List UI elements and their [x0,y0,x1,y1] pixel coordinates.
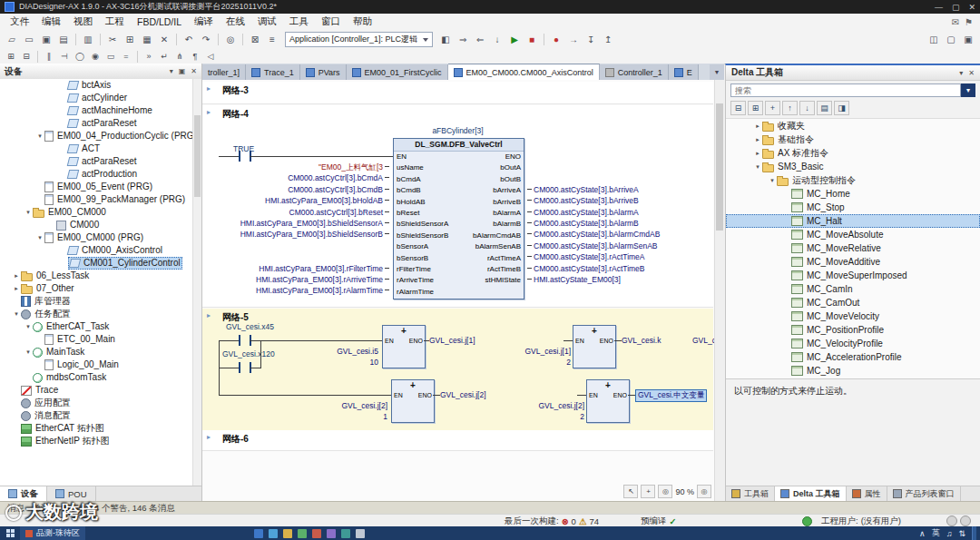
build-icon[interactable]: ⊠ [247,32,263,47]
message-bar[interactable]: 消息 - 总计 0 个错误, 74 个警告, 146 条消息 [0,501,980,515]
network-collapse-icon[interactable]: ▸ [207,84,211,93]
window-split-icon[interactable]: ◫ [926,32,942,47]
toolbox-category[interactable]: ▸收藏夹 [726,119,980,133]
menu-debug[interactable]: 调试 [251,15,283,28]
tree-item[interactable]: EM00_99_PackManager (PRG) [0,193,201,206]
select-mode-icon[interactable]: ↖ [623,485,638,498]
tree-item[interactable]: actProduction [0,168,201,181]
negated-contact-icon[interactable]: ⊣ [57,50,72,64]
expand-arrow[interactable]: ▾ [24,346,33,358]
block-input-operand[interactable]: GVL_cesi.i5 [293,347,378,356]
window-full-icon[interactable]: ▣ [960,32,976,47]
function-block-valvectrl[interactable]: DL_SGM.DFB_ValveCtrl ENusName bCmdAbCmdB… [393,138,524,299]
branch-icon[interactable]: ⋔ [172,50,187,64]
expand-arrow[interactable]: ▸ [12,270,21,282]
add-block[interactable]: + ENENO [586,379,630,423]
dock-icon[interactable]: ▣ [179,67,186,75]
expand-arrow[interactable]: ▸ [753,119,762,133]
tab-devices[interactable]: 设备 [0,486,47,501]
start-icon[interactable]: ▶ [506,32,523,47]
toolbox-item[interactable]: MC_CamOut [726,296,980,309]
expand-arrow[interactable]: ▸ [12,282,21,295]
network-collapse-icon[interactable]: ▸ [207,433,211,441]
selected-output-operand[interactable]: GVL_cesi.中文变量 [635,389,707,402]
step-out-icon[interactable]: ↥ [600,32,616,47]
jump-icon[interactable]: » [142,50,156,64]
taskbar-app-icon[interactable] [327,529,336,538]
block-input-operand[interactable]: GVL_cesi.j[1] [484,347,571,356]
return-icon[interactable]: ↵ [157,50,172,64]
menu-help[interactable]: 帮助 [347,15,378,28]
insert-network-below-icon[interactable]: ⊟ [19,50,34,64]
breakpoint-icon[interactable]: ● [548,32,564,47]
contact-icon[interactable]: ∥ [42,50,56,64]
taskbar-app-icon[interactable] [269,529,278,538]
redo-icon[interactable]: ↷ [198,32,214,47]
editor-tab[interactable]: troller_1] [202,64,246,80]
expand-arrow[interactable]: ▸ [753,133,762,146]
toolbox-item[interactable]: MC_Jog [726,364,980,378]
toolbox-category[interactable]: ▸AX 标准指令 [726,146,980,160]
toolbox-item[interactable]: MC_MoveSuperImposed [726,269,980,282]
menu-edit[interactable]: 编辑 [35,15,67,28]
function-block-box-icon[interactable]: ▭ [103,50,118,64]
download-icon[interactable]: ↓ [489,32,505,47]
insert-network-icon[interactable]: ⊞ [4,50,18,64]
editor-tab[interactable]: Trace_1 [246,64,300,80]
block-output-operand[interactable]: GVL_cesi.k [622,336,661,345]
add-block[interactable]: + ENENO [391,379,435,423]
toolbox-item[interactable]: MC_VelocityProfile [726,337,980,350]
tree-item[interactable]: ▾EtherCAT_Task [0,320,201,333]
toolbox-search-input[interactable] [730,83,961,97]
tree-item[interactable]: ▾EM00_04_ProductionCyclic (PRG) [0,130,201,142]
scrollbar-thumb[interactable] [194,115,201,197]
menu-file[interactable]: 文件 [4,15,35,28]
tree-item[interactable]: ▸06_LessTask [0,270,201,282]
collapse-all-icon[interactable]: ⊟ [730,101,746,115]
save-icon[interactable]: ▣ [38,32,54,47]
find-icon[interactable]: ◎ [222,32,239,47]
menu-online[interactable]: 在线 [220,15,251,28]
window-layout-icon[interactable]: ▢ [943,32,959,47]
set-coil-icon[interactable]: ◉ [88,50,103,64]
editor-tab[interactable]: PVars [300,64,347,80]
close-icon[interactable]: ✕ [968,69,975,77]
move-up-icon[interactable]: ↑ [782,101,798,115]
start-button[interactable] [0,526,20,540]
fb-output-operands[interactable]: CM000.astCyState[3].bArriveA CM000.astCy… [527,162,709,285]
block-input-operand[interactable]: GVL_cesi.j[2] [302,401,387,410]
toolbox-item[interactable]: MC_Home [726,187,980,201]
application-selector[interactable]: Application [Controller_1]: PLC逻辑 [285,32,433,47]
taskbar-app-icon[interactable] [254,529,263,538]
add-favorite-icon[interactable]: + [765,101,780,115]
delete-icon[interactable]: ✕ [156,32,172,47]
network-5[interactable]: ▸ 网络-5 GVL_cesi.x45 GVL_cesi.x120 + ENEN… [202,309,713,431]
menu-project[interactable]: 工程 [99,15,131,28]
tree-item[interactable]: CM000 [0,219,201,231]
network-3[interactable]: ▸ 网络-3 [202,82,713,104]
scrollbar-thumb[interactable] [716,103,723,231]
tree-item[interactable]: mdbsComTask [0,371,201,384]
tree-item[interactable]: bctAxis [0,79,201,92]
tree-item[interactable]: Trace [0,384,201,397]
search-button[interactable]: ▾ [961,83,975,97]
undo-icon[interactable]: ↶ [181,32,197,47]
toolbox-category[interactable]: ▸基础指令 [726,133,980,146]
toolbox-item[interactable]: MC_MoveRelative [726,241,980,255]
toolbox-item[interactable]: MC_CamIn [726,282,980,296]
pan-icon[interactable]: + [641,485,655,498]
tree-item[interactable]: EM00_05_Event (PRG) [0,181,201,193]
volume-icon[interactable]: ♫ [946,529,953,538]
input-assistant-icon[interactable]: ◁ [203,50,218,64]
menu-build[interactable]: 编译 [188,15,220,28]
expand-all-icon[interactable]: ⊞ [748,101,763,115]
expand-arrow[interactable]: ▾ [35,231,44,244]
dropdown-icon[interactable]: ▾ [170,67,173,75]
logout-icon[interactable]: ⇐ [472,32,488,47]
close-icon[interactable]: ✕ [191,67,197,75]
toolbox-item[interactable]: MC_AccelerationProfile [726,350,980,364]
new-project-icon[interactable]: ▱ [4,32,20,47]
print-icon[interactable]: ▥ [80,32,96,47]
minimize-button[interactable]: — [935,3,943,12]
login-icon[interactable]: ⇒ [455,32,471,47]
